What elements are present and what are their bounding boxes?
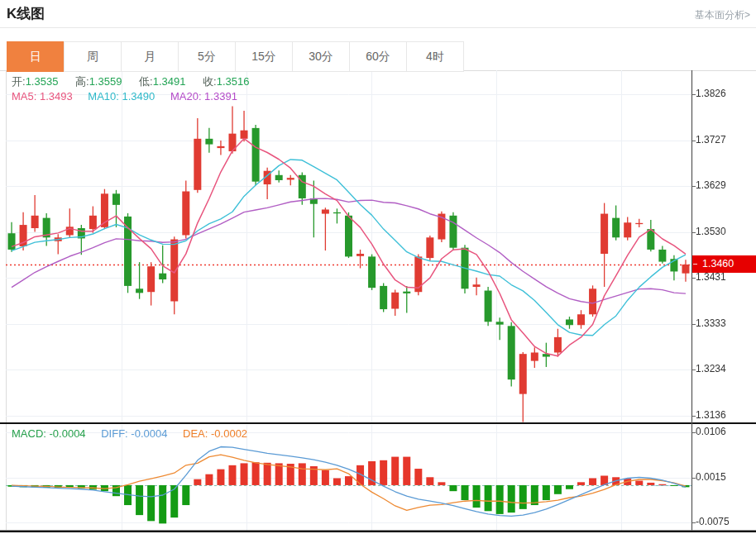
high-value: 1.3559 — [89, 75, 122, 88]
fundamental-analysis-link[interactable]: 基本面分析> — [695, 8, 750, 22]
tab-week[interactable]: 周 — [64, 41, 122, 72]
tab-day[interactable]: 日 — [7, 41, 65, 72]
ma10-value: MA10: 1.3490 — [88, 90, 155, 103]
close-label: 收: — [203, 75, 217, 88]
ohlc-legend: 开:1.3535 高:1.3559 低:1.3491 收:1.3516 — [12, 74, 263, 89]
kline-widget: K线图 基本面分析> 日周月5分15分30分60分4时 开:1.3535 高:1… — [0, 0, 756, 534]
tab-5min[interactable]: 5分 — [178, 41, 236, 72]
macd-legend: MACD: -0.0004 DIFF: -0.0004 DEA: -0.0002 — [12, 427, 247, 440]
open-label: 开: — [12, 75, 26, 88]
high-label: 高: — [75, 75, 89, 88]
axis-tick-label: 1.3136 — [696, 409, 726, 421]
axis-tick-label: 1.3727 — [696, 134, 726, 145]
axis-tick-label: 1.3234 — [696, 363, 726, 374]
tab-4hour[interactable]: 4时 — [406, 41, 464, 72]
ma5-value: MA5: 1.3493 — [12, 90, 73, 103]
axis-tick-label: -0.0075 — [696, 516, 730, 527]
low-value: 1.3491 — [153, 75, 186, 88]
period-tab-bar: 日周月5分15分30分60分4时 — [7, 41, 464, 72]
page-title: K线图 — [7, 4, 45, 23]
macd-value: MACD: -0.0004 — [12, 427, 86, 440]
current-price-badge: 1.3460 — [692, 255, 756, 273]
ma-legend: MA5: 1.3493 MA10: 1.3490 MA20: 1.3391 — [12, 90, 237, 103]
ma20-value: MA20: 1.3391 — [170, 90, 237, 103]
axis-tick-label: 1.3629 — [696, 179, 726, 191]
low-label: 低: — [139, 75, 153, 88]
tab-60min[interactable]: 60分 — [349, 41, 407, 72]
axis-tick-label: 0.0015 — [696, 471, 726, 483]
tab-15min[interactable]: 15分 — [235, 41, 293, 72]
diff-value: DIFF: -0.0004 — [101, 427, 167, 440]
tab-30min[interactable]: 30分 — [292, 41, 350, 72]
header-divider — [0, 27, 756, 28]
open-value: 1.3535 — [26, 75, 59, 88]
axis-tick-label: 1.3530 — [696, 226, 726, 237]
close-value: 1.3516 — [217, 75, 250, 88]
axis-tick-label: 1.3826 — [696, 88, 726, 99]
axis-tick-label: 1.3333 — [696, 317, 726, 329]
axis-tick-label: 0.0106 — [696, 426, 726, 437]
dea-value: DEA: -0.0002 — [183, 427, 247, 440]
tab-month[interactable]: 月 — [121, 41, 179, 72]
